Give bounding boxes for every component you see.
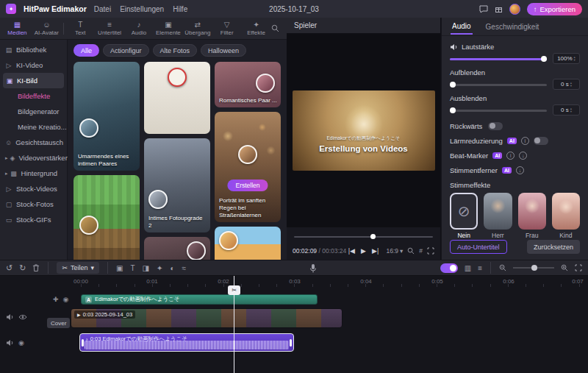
fade-in-slider[interactable] xyxy=(450,81,547,88)
volume-value[interactable]: 100% ▴▾ xyxy=(553,53,580,64)
tab-medien[interactable]: ▦ Medien xyxy=(3,21,32,36)
delete-icon[interactable] xyxy=(32,263,40,272)
effect-tile[interactable]: 16-Bit-Spiel-Charakter xyxy=(74,175,140,260)
voice-option-none[interactable]: ⊘ Nein xyxy=(450,193,478,239)
sidebar-item-bibliothek[interactable]: ▤Bibliothek xyxy=(0,42,67,57)
tab-text[interactable]: T Text xyxy=(66,21,95,36)
effect-tile[interactable]: Umarmendes eines intimen Paares xyxy=(74,62,140,171)
fade-out-slider[interactable] xyxy=(450,107,547,114)
sidebar-item-hintergrund[interactable]: ▸▩Hintergrund xyxy=(0,166,67,181)
chip-alte-fotos[interactable]: Alte Fotos xyxy=(153,44,198,57)
sidebar-item-meine-kreationen[interactable]: Meine Kreatio... xyxy=(0,119,67,135)
effect-tile[interactable]: 3D-Pixar-Effekt xyxy=(215,227,281,260)
video-clip[interactable]: ▶ 0:03 2025-09-14_03 xyxy=(71,308,343,328)
volume-slider[interactable] xyxy=(450,55,547,63)
add-keyframe-icon[interactable]: ✚ xyxy=(53,296,59,303)
menu-einstellungen[interactable]: Einstellungen xyxy=(120,5,164,13)
sidebar-item-gesichtstausch[interactable]: ☺Gesichtstausch xyxy=(0,135,67,150)
message-icon[interactable] xyxy=(479,5,488,13)
inspector-tab-audio[interactable]: Audio xyxy=(451,18,473,35)
playhead-split-handle[interactable]: ✂ xyxy=(228,285,240,295)
clip-trim-handle-right[interactable] xyxy=(290,339,292,347)
stepper-icons[interactable]: ▴▾ xyxy=(570,82,572,88)
aspect-ratio-select[interactable]: 16:9▾ xyxy=(386,247,403,255)
fullscreen-icon[interactable] xyxy=(427,247,434,255)
stepper-icons[interactable]: ▴▾ xyxy=(570,107,572,113)
voice-herr-thumb[interactable] xyxy=(484,193,512,230)
video-preview[interactable]: Edimakorでの動画制作へようこそ Erstellung von Video… xyxy=(293,90,435,171)
tab-effekte[interactable]: ✦ Effekte xyxy=(242,21,270,36)
link-clips-toggle[interactable] xyxy=(440,263,458,273)
effect-tool-icon[interactable]: ✦ xyxy=(157,264,162,272)
layers-icon[interactable]: ▥ xyxy=(465,264,471,272)
voice-option-herr[interactable]: Herr xyxy=(484,193,512,239)
track-list-icon[interactable]: ≡ xyxy=(478,264,482,272)
timeline-zoom-slider[interactable] xyxy=(513,264,554,271)
download-icon[interactable]: ↓ xyxy=(519,152,527,160)
play-button[interactable]: ▶ xyxy=(361,247,366,255)
playhead[interactable]: ✂ xyxy=(234,276,234,373)
preview-zoom-icon[interactable] xyxy=(407,247,415,255)
voice-frau-thumb[interactable] xyxy=(518,193,546,230)
audio-clip[interactable]: ♪ 0:03 Edimakorでの動画制作へようこそ xyxy=(79,333,294,352)
voice-none-thumb[interactable]: ⊘ xyxy=(450,193,478,230)
clip-trim-handle-left[interactable] xyxy=(82,339,84,347)
auto-subtitle-button[interactable]: Auto-Untertitel xyxy=(450,240,507,254)
zoom-in-icon[interactable] xyxy=(561,264,568,271)
next-frame-button[interactable]: ▶| xyxy=(372,247,379,255)
erstellen-button[interactable]: Erstellen xyxy=(227,180,268,191)
noise-reduction-toggle[interactable] xyxy=(534,137,548,145)
text-clip[interactable]: A Edimakorでの動画制作へようこそ xyxy=(81,294,318,305)
menu-hilfe[interactable]: Hilfe xyxy=(173,5,187,13)
stepper-icons[interactable]: ▴▾ xyxy=(574,56,576,62)
tab-uebergang[interactable]: ⇄ Übergang xyxy=(183,21,212,36)
sidebar-item-stock-gifs[interactable]: ▭Stock-GIFs xyxy=(0,212,67,227)
track-mute-icon[interactable] xyxy=(6,313,14,321)
fade-out-value[interactable]: 0 s ▴▾ xyxy=(553,104,580,116)
grid-icon[interactable]: # xyxy=(419,247,423,255)
split-button[interactable]: ✂ Teilen ▾ xyxy=(57,262,99,274)
sidebar-item-bildgenerator[interactable]: Bildgenerator xyxy=(0,104,67,119)
sidebar-item-ki-bild[interactable]: ▣KI-Bild xyxy=(3,73,64,88)
voice-option-frau[interactable]: Frau xyxy=(518,193,546,239)
tab-untertitel[interactable]: ≡ Untertitel xyxy=(96,21,124,36)
undo-icon[interactable]: ↺ xyxy=(6,264,12,272)
user-avatar[interactable] xyxy=(509,4,520,15)
sidebar-item-stock-videos[interactable]: ▷Stock-Videos xyxy=(0,181,67,196)
tab-audio[interactable]: ♪ Audio xyxy=(125,21,154,36)
sticker-tool-icon[interactable]: ▣ xyxy=(116,264,123,272)
cover-button[interactable]: Cover xyxy=(47,318,70,328)
timeline-ruler[interactable]: 00:00 0:01 0:02 0:03 0:04 0:05 0:06 0:07 xyxy=(0,276,588,288)
seekbar-handle[interactable] xyxy=(370,234,376,239)
speed-tool-icon[interactable]: ≈ xyxy=(182,264,186,272)
export-button[interactable]: ↑ Exportieren xyxy=(527,3,582,15)
download-icon[interactable]: ↓ xyxy=(516,166,524,174)
gift-icon[interactable] xyxy=(495,5,503,13)
pip-tool-icon[interactable]: ◨ xyxy=(143,264,149,272)
zoom-out-icon[interactable] xyxy=(499,264,506,271)
tab-filter[interactable]: ▽ Filter xyxy=(212,21,241,36)
effect-tile[interactable]: Erstellen Porträt im sanften Regen bei S… xyxy=(215,112,281,222)
text-tool-icon[interactable]: T xyxy=(130,264,135,272)
search-icon[interactable] xyxy=(271,24,284,32)
sidebar-item-videoverstaerker[interactable]: ▸◈Videoverstärker xyxy=(0,150,67,166)
record-icon[interactable]: ◉ xyxy=(63,296,69,303)
effect-tile[interactable]: Intimes Fotoupgrade 2 xyxy=(144,138,210,232)
chip-alle[interactable]: Alle xyxy=(74,44,99,57)
sidebar-item-bildeffekte[interactable]: Bildeffekte xyxy=(0,88,67,104)
effect-tile[interactable] xyxy=(144,62,210,134)
sidebar-item-stock-fotos[interactable]: ▢Stock-Fotos xyxy=(0,196,67,212)
record-icon[interactable]: ◉ xyxy=(18,339,24,347)
effect-tile[interactable]: 3D-Smartphone-Figur xyxy=(144,237,210,260)
chip-actionfigur[interactable]: Actionfigur xyxy=(103,44,149,57)
track-mute-icon[interactable] xyxy=(6,339,14,347)
prev-frame-button[interactable]: |◀ xyxy=(348,247,355,255)
player-seekbar[interactable] xyxy=(294,233,433,241)
reset-button[interactable]: Zurücksetzen xyxy=(527,240,580,254)
info-icon[interactable]: i xyxy=(521,137,529,145)
voice-option-kind[interactable]: Kind xyxy=(552,193,580,239)
effect-tile[interactable]: Romantisches Paar ... xyxy=(215,62,281,107)
track-visibility-icon[interactable] xyxy=(18,314,27,320)
redo-icon[interactable]: ↻ xyxy=(19,264,26,272)
inspector-tab-geschwindigkeit[interactable]: Geschwindigkeit xyxy=(484,19,541,34)
